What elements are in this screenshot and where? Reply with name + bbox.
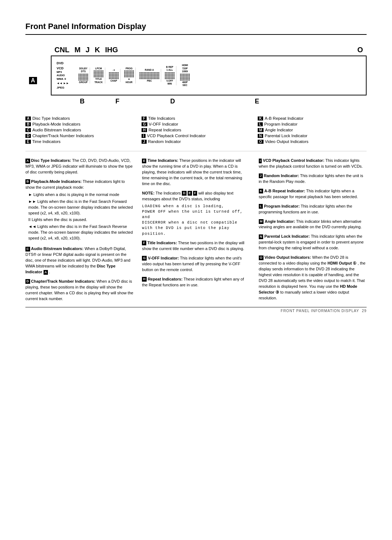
- desc-B-item-rew: ◄◄ Lights when the disc is in the Fast S…: [28, 224, 133, 241]
- legend-F: F Title Indicators: [142, 116, 250, 120]
- legend-text-K: A-B Repeat Indicator: [265, 116, 303, 120]
- badge-O: O: [259, 255, 264, 260]
- label-hour: HOUR: [126, 81, 132, 84]
- label-720p: 720P: [182, 68, 188, 70]
- legend-letter-L: L: [258, 122, 263, 126]
- desc-block-D: D Chapter/Track Number Indicators: When …: [25, 279, 133, 302]
- desc-block-note: NOTE: The Indicators D E F will also dis…: [142, 191, 250, 237]
- desc-E-title: Time Indicators:: [147, 158, 178, 163]
- label-group-LMJKI: L M J K I: [65, 46, 107, 54]
- display-wrapper: A DVD VCD MP3AUDIO WMA: [51, 56, 367, 105]
- diagram-area: C N L M J K I H G O A: [25, 46, 367, 105]
- legend-letter-C: C: [25, 128, 31, 132]
- seg-rand: RAND A PBC: [138, 69, 161, 82]
- legend-text-H: Repeat Indicators: [148, 128, 181, 132]
- desc-col-3: I VCD Playback Control Indicator: This i…: [259, 158, 367, 302]
- legend-letter-K: K: [258, 116, 263, 120]
- badge-F: F: [142, 241, 146, 245]
- desc-block-O: O Video Output Indicators: When the DVD …: [259, 255, 367, 301]
- legend-N: N Parental Lock Indicator: [258, 134, 367, 138]
- label-b-rep: B REP: [166, 66, 173, 69]
- page: Front Panel Information Display C N L M …: [0, 0, 392, 324]
- dots-rep: [165, 72, 175, 79]
- label-L: L: [65, 46, 69, 54]
- desc-block-F: F Title Indicators: These two positions …: [142, 240, 250, 252]
- legend-text-B: Playback-Mode Indicators: [32, 122, 80, 126]
- legend-O: O Video Output Indicators: [258, 139, 367, 144]
- label-v-off: V.OFF: [166, 80, 173, 82]
- legend-text-L: Program Indicator: [264, 122, 297, 126]
- desc-block-B: B Playback-Mode Indicators: These indica…: [25, 179, 133, 242]
- legend-text-D: Chapter/Track Number Indicators: [32, 134, 94, 138]
- label-D: D: [170, 98, 175, 105]
- label-1all: 1 ALL: [167, 69, 173, 71]
- dots-prog: [124, 70, 134, 77]
- desc-B-item-play: ► Lights when a disc is playing in the n…: [28, 192, 133, 198]
- label-O: O: [357, 46, 363, 54]
- legend-text-A: Disc Type Indicators: [32, 116, 70, 120]
- desc-I-title: VCD Playback Control Indicator:: [263, 158, 324, 163]
- desc-block-L: L Program Indicator: This indicator ligh…: [259, 204, 367, 215]
- footer: FRONT PANEL INFORMATION DISPLAY 29: [25, 307, 367, 313]
- dots-hdmi: [180, 74, 190, 81]
- label-prog: PROG: [126, 68, 132, 70]
- note-discerror: DISCERROR when a disc not compatible wit…: [142, 220, 250, 237]
- label-lpcm: LPCM: [95, 68, 102, 70]
- label-chap: CHAP: [110, 80, 117, 82]
- desc-block-M: M Angle Indicator: This indicator blinks…: [259, 219, 367, 230]
- label-1080i: 1080i: [182, 70, 188, 73]
- desc-block-K: K A-B Repeat Indicator: This indicator l…: [259, 188, 367, 200]
- label-dolby: DOLBY: [79, 68, 87, 70]
- legend-text-J: Random Indicator: [148, 139, 181, 144]
- dots-rand: [139, 72, 159, 79]
- section-divider: [25, 151, 367, 151]
- desc-C-title: Audio Bitstream Indicators:: [31, 246, 83, 251]
- legend-letter-F: F: [142, 116, 147, 120]
- label-hdmi: HDMI: [182, 64, 188, 67]
- badge-I: I: [259, 159, 262, 163]
- legend-text-G: V-OFF Indicator: [149, 122, 178, 126]
- main-display: DVD VCD MP3AUDIO WMA II ◄◄ ►►: [51, 56, 367, 95]
- legend-text-O: Video Output Indicators: [265, 139, 309, 144]
- label-A: A: [29, 77, 37, 84]
- note-label: NOTE:: [142, 191, 154, 195]
- seg-chap: ♪♦ CHAP: [107, 69, 121, 82]
- desc-col-2: E Time Indicators: These positions in th…: [142, 158, 250, 302]
- seg-prog-hour: PROG ♣ HOUR: [123, 68, 136, 84]
- label-dts: DTS: [81, 70, 86, 73]
- legend-letter-O: O: [258, 140, 264, 144]
- desc-B-title: Playback-Mode Indicators:: [31, 179, 82, 184]
- note-intro: The Indicators: [155, 191, 182, 195]
- desc-B-item-ff: ►► Lights when the disc is in the Fast S…: [28, 199, 133, 216]
- legend-text-C: Audio Bitstream Indicators: [32, 128, 81, 132]
- legend-text-N: Parental Lock Indicator: [265, 134, 307, 138]
- page-number: 29: [362, 309, 367, 313]
- label-K: K: [95, 46, 100, 54]
- dvd-label: DVD: [57, 61, 73, 66]
- legend-I: I VCD Playback Control Indicator: [142, 134, 250, 138]
- legend-C: C Audio Bitstream Indicators: [25, 128, 134, 132]
- seg-dolby-group: DOLBY DTS GROUP: [77, 68, 90, 84]
- desc-block-J: J Random Indicator: This indicator light…: [259, 173, 367, 185]
- label-sec: SEC: [183, 84, 187, 87]
- legend-E: E Time Indicators: [25, 139, 134, 144]
- legend-letter-H: H: [142, 128, 147, 132]
- desc-F-title: Title Indicators:: [147, 241, 177, 245]
- desc-G-title: V-OFF Indicator:: [148, 256, 179, 260]
- badge-D-note: D: [182, 191, 187, 196]
- page-title: Front Panel Information Display: [25, 22, 367, 35]
- badge-C: C: [25, 247, 30, 251]
- note-mono-lines: LOADING when a disc is loading, POWER OF…: [142, 204, 250, 237]
- legend-L: L Program Indicator: [258, 122, 367, 126]
- desc-O-hdmi: HDMI Output ①: [327, 261, 356, 265]
- legend-area: A Disc Type Indicators F Title Indicator…: [25, 116, 367, 144]
- desc-col-1: A Disc Type Indicators: The CD, DVD, DVD…: [25, 158, 133, 302]
- label-J: J: [86, 46, 90, 54]
- desc-A-title: Disc Type Indicators:: [31, 158, 71, 163]
- legend-K: K A-B Repeat Indicator: [258, 116, 367, 120]
- badge-J: J: [259, 173, 263, 178]
- legend-G: G V-OFF Indicator: [142, 122, 250, 126]
- description-area: A Disc Type Indicators: The CD, DVD, DVD…: [25, 158, 367, 302]
- label-pbc: PBC: [147, 80, 152, 82]
- playback-arrows: ◄◄ ►►: [57, 81, 73, 86]
